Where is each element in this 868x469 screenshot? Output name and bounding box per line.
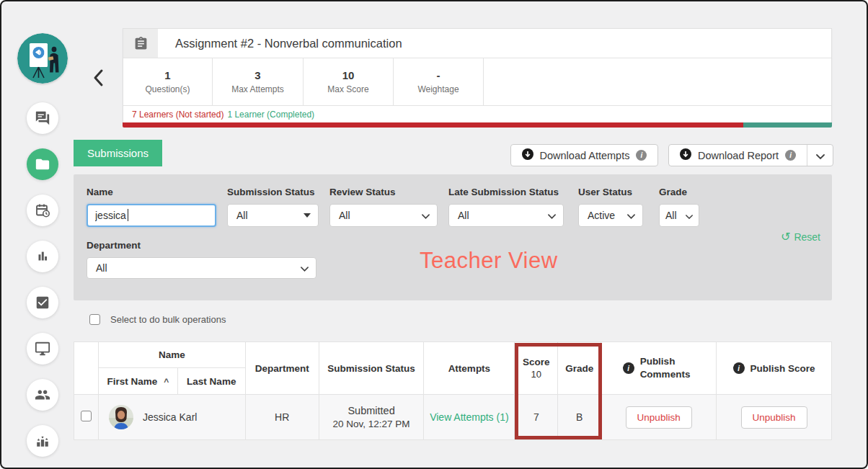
learner-avatar: [109, 405, 133, 429]
sidebar-item-schedule[interactable]: [27, 195, 58, 226]
info-icon[interactable]: i: [733, 362, 745, 374]
chevron-down-icon: [627, 210, 635, 221]
department-cell: HR: [245, 395, 319, 440]
header-attempts: Attempts: [424, 342, 515, 395]
header-submission-status: Submission Status: [319, 342, 424, 395]
completion-progress-bar: [123, 122, 832, 128]
download-report-group: Download Report i: [668, 144, 833, 166]
publish-score-cell: Unpublish: [717, 395, 832, 440]
submission-status-cell: Submitted 20 Nov, 12:27 PM: [319, 395, 424, 440]
submission-time: 20 Nov, 12:27 PM: [319, 419, 424, 429]
header-score: Score 10: [515, 342, 558, 395]
submission-status-label: Submission Status: [227, 187, 315, 197]
sidebar-item-reports[interactable]: [27, 241, 58, 272]
learner-status-summary: 7 Learners (Not started) 1 Learner (Comp…: [123, 106, 831, 122]
bar-chart-icon: [35, 249, 50, 264]
learner-name-cell: Jessica Karl: [98, 395, 245, 440]
reset-filters-link[interactable]: ↺ Reset: [781, 231, 820, 243]
bulk-select-label: Select to do bulk operations: [110, 314, 226, 325]
sidebar-item-classroom[interactable]: [27, 333, 58, 365]
sidebar-item-users[interactable]: [27, 379, 58, 411]
stat-max-attempts: 3 Max Attempts: [213, 58, 304, 105]
chevron-down-icon: [686, 210, 693, 221]
back-button[interactable]: [92, 68, 104, 87]
download-report-button[interactable]: Download Report i: [669, 145, 807, 166]
download-circle-icon: [522, 148, 533, 162]
assignment-stats: 1 Question(s) 3 Max Attempts 10 Max Scor…: [123, 58, 831, 106]
teacher-view-watermark: Teacher View: [420, 248, 558, 274]
stat-questions: 1 Question(s): [123, 58, 213, 105]
chevron-down-icon: [816, 149, 825, 162]
stat-weightage: - Weightage: [394, 58, 484, 105]
review-status-select[interactable]: All: [329, 204, 438, 227]
view-attempts-link[interactable]: View Attempts (1): [430, 411, 508, 423]
progress-completed: [743, 122, 832, 128]
info-icon[interactable]: i: [636, 150, 647, 161]
filters-panel: Name Submission Status All Review Status…: [74, 174, 832, 300]
check-square-icon: [35, 295, 50, 311]
header-last-name-sort[interactable]: Last Name: [177, 368, 245, 395]
unpublish-comments-button[interactable]: Unpublish: [626, 406, 692, 429]
download-attempts-button[interactable]: Download Attempts i: [510, 144, 658, 166]
download-report-dropdown-toggle[interactable]: [807, 145, 833, 166]
monitor-icon: [35, 341, 50, 357]
chevron-down-icon: [301, 262, 309, 274]
info-icon[interactable]: i: [785, 150, 796, 161]
grade-cell: B: [558, 395, 601, 440]
submissions-table: Name Department Submission Status Attemp…: [74, 341, 832, 440]
chat-icon: [35, 110, 50, 126]
chevron-down-icon: [422, 210, 430, 221]
sidebar-item-leaderboard[interactable]: [27, 425, 58, 457]
header-name: Name: [98, 342, 245, 368]
download-circle-icon: [680, 148, 691, 162]
calendar-clock-icon: [35, 202, 50, 218]
score-max-value: 10: [515, 369, 557, 380]
sort-asc-icon: ^: [164, 377, 169, 387]
page-title: Assignment #2 - Nonverbal communication: [158, 29, 402, 58]
grade-filter-label: Grade: [659, 187, 687, 197]
tab-submissions[interactable]: Submissions: [74, 140, 162, 166]
publish-comments-cell: Unpublish: [601, 395, 717, 440]
row-select-checkbox[interactable]: [81, 411, 92, 421]
users-icon: [35, 387, 50, 403]
user-status-select[interactable]: Active: [578, 204, 643, 227]
chevron-left-icon: [92, 77, 104, 89]
header-grade: Grade: [558, 342, 601, 395]
sidebar-item-tasks[interactable]: [27, 287, 58, 318]
leaderboard-icon: [35, 433, 50, 449]
late-submission-status-select[interactable]: All: [448, 204, 564, 227]
completed-count: 1 Learner (Completed): [227, 110, 314, 120]
bulk-operations-row: Select to do bulk operations: [89, 314, 226, 325]
folder-icon: [35, 156, 50, 172]
table-row: Jessica Karl HR Submitted 20 Nov, 12:27 …: [74, 395, 832, 440]
unpublish-score-button[interactable]: Unpublish: [741, 406, 807, 429]
presenter-logo-icon: [17, 73, 68, 84]
name-filter-label: Name: [87, 187, 113, 197]
name-filter-input[interactable]: [87, 204, 216, 227]
header-publish-comments: i Publish Comments: [601, 342, 717, 395]
header-department: Department: [245, 342, 319, 395]
sidebar-item-discussions[interactable]: [27, 102, 58, 134]
user-status-label: User Status: [578, 187, 632, 197]
header-first-name-sort[interactable]: First Name ^: [98, 368, 177, 395]
sidebar-item-courses[interactable]: [27, 148, 58, 180]
late-submission-status-label: Late Submission Status: [448, 187, 559, 197]
text-caret: [128, 209, 128, 221]
clipboard-icon: [123, 29, 158, 58]
department-filter-select[interactable]: All: [87, 257, 316, 279]
progress-not-started: [123, 122, 743, 128]
info-icon[interactable]: i: [623, 362, 634, 374]
chevron-down-icon: [548, 210, 556, 221]
header-publish-score: i Publish Score: [717, 342, 832, 395]
attempts-cell: View Attempts (1): [424, 395, 515, 440]
stat-max-score: 10 Max Score: [304, 58, 394, 105]
review-status-label: Review Status: [329, 187, 396, 197]
grade-filter-select[interactable]: All: [659, 204, 699, 227]
header-select-column: [74, 342, 99, 395]
learner-name: Jessica Karl: [143, 411, 197, 423]
rotate-ccw-icon: ↺: [781, 232, 790, 242]
submission-status-select[interactable]: All: [227, 204, 319, 227]
bulk-select-checkbox[interactable]: [89, 314, 100, 325]
assignment-title-row: Assignment #2 - Nonverbal communication: [123, 29, 831, 58]
app-logo[interactable]: [17, 33, 68, 84]
